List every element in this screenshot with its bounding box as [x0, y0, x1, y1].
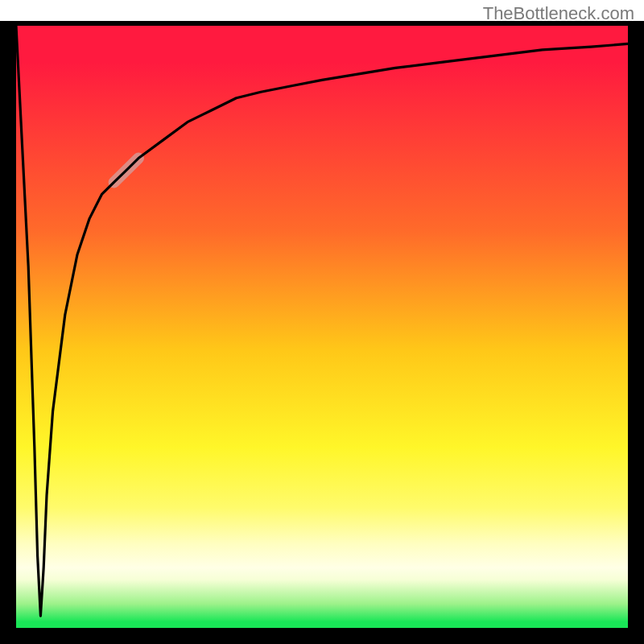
chart-curve-svg: [16, 26, 628, 628]
watermark-text: TheBottleneck.com: [483, 3, 634, 24]
chart-frame: [0, 21, 644, 644]
curve-line: [16, 26, 628, 616]
chart-plot-area: [16, 26, 628, 628]
